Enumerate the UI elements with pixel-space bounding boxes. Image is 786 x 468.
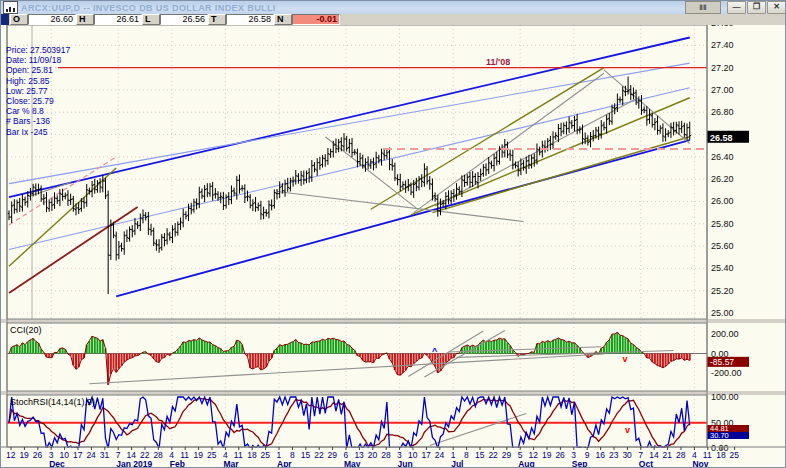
x-axis-week-label: 21 (663, 450, 673, 460)
window-chart-icon (3, 1, 18, 14)
x-axis-week-label: 12 (6, 450, 16, 460)
x-axis-week-label: 19 (194, 450, 204, 460)
price-axis-label: 27.60 (711, 25, 734, 28)
quote-label-N: N (274, 14, 292, 25)
cci-label: CCI(20) (10, 325, 42, 335)
x-axis-week-label: 28 (676, 450, 686, 460)
x-axis-week-label: 29 (502, 450, 512, 460)
x-axis-week-label: 28 (381, 450, 391, 460)
cci-signal-marker: v (622, 354, 627, 364)
info-row: Bar Ix -245 (6, 127, 66, 137)
x-axis-week-label: 24 (86, 450, 96, 460)
x-axis-week-label: 23 (609, 450, 619, 460)
x-axis-week-label: 20 (368, 450, 378, 460)
x-axis-month-label: Jun (398, 459, 413, 468)
x-axis-month-label: May (344, 459, 361, 468)
quote-value-H: 26.61 (94, 14, 142, 25)
x-axis-week-label: 17 (73, 450, 83, 460)
price-axis-label: 27.20 (711, 63, 734, 73)
cursor-info-panel: Price: 27.503917Date: 11/09/18Open: 25.8… (6, 45, 66, 137)
quote-label-L: L (142, 14, 160, 25)
x-axis-week-label: 28 (153, 450, 163, 460)
minimize-button[interactable]: — (727, 1, 746, 14)
x-axis-month-label: Jan 2019 (116, 459, 152, 468)
x-axis-week-label: 19 (19, 450, 29, 460)
chart-window: ARCX:UUP,D -- INVESCO DB US DOLLAR INDEX… (0, 0, 786, 468)
x-axis-week-label: 26 (555, 450, 565, 460)
info-row: Price: 27.503917 (6, 45, 66, 55)
x-axis-week-label: 15 (475, 450, 485, 460)
quote-label-H: H (76, 14, 94, 25)
price-axis-label: 26.80 (711, 107, 734, 117)
x-axis-week-label: 18 (247, 450, 257, 460)
quote-value-T: 26.58 (226, 14, 274, 25)
price-axis-label: 25.20 (711, 286, 734, 296)
price-axis-label: 25.60 (711, 241, 734, 251)
x-axis-week-label: 31 (100, 450, 110, 460)
x-axis-month-label: Feb (170, 459, 185, 468)
x-axis-week-label: 29 (328, 450, 338, 460)
annotation-11-08: 11/'08 (486, 57, 510, 67)
info-row: Low: 25.77 (6, 86, 66, 96)
x-axis-week-label: 22 (488, 450, 498, 460)
x-axis-week-label: 18 (716, 450, 726, 460)
x-axis-month-label: Apr (277, 459, 292, 468)
maximize-button[interactable]: ❐ (747, 1, 766, 14)
stochrsi-label: StochRSI(14,14(1),9) (10, 397, 95, 407)
quote-label-O: O (10, 14, 28, 25)
info-row: Close: 25.79 (6, 96, 66, 106)
close-button[interactable]: ✕ (767, 1, 786, 14)
info-row: Car % 8.8 (6, 106, 66, 116)
x-axis-month-label: Jul (451, 459, 463, 468)
quote-value-N: -0.01 (292, 14, 340, 25)
cci-axis-label: -200.00 (711, 368, 742, 378)
quote-bar: O26.60H26.61L26.56T26.58N-0.01 (1, 14, 786, 25)
price-axis-label: 27.40 (711, 40, 734, 50)
title-bar[interactable]: ARCX:UUP,D -- INVESCO DB US DOLLAR INDEX… (1, 1, 786, 14)
stoch-value-badge-text: 30.70 (710, 431, 729, 440)
x-axis-month-label: Mar (223, 459, 239, 468)
cci-value-badge-text: -85.57 (710, 357, 734, 367)
x-axis-month-label: Dec (49, 459, 65, 468)
info-row: High: 25.85 (6, 76, 66, 86)
x-axis-week-label: 8 (464, 450, 469, 460)
window-title: ARCX:UUP,D -- INVESCO DB US DOLLAR INDEX… (21, 3, 685, 13)
symbol-marker (1, 14, 9, 25)
x-axis-week-label: 22 (314, 450, 324, 460)
x-axis-week-label: 24 (435, 450, 445, 460)
info-row: # Bars -136 (6, 116, 66, 126)
stoch-axis-label: 100.00 (711, 392, 739, 402)
price-axis-label: 26.40 (711, 152, 734, 162)
quote-bar-fields: O26.60H26.61L26.56T26.58N-0.01 (10, 14, 340, 25)
cci-axis-label: 200.00 (711, 329, 739, 339)
price-axis-label: 25.40 (711, 263, 734, 273)
last-price-badge-text: 26.58 (710, 133, 733, 143)
x-axis-week-label: 17 (421, 450, 431, 460)
price-axis-label: 25.80 (711, 219, 734, 229)
chart-canvas[interactable]: 11/'0827.6027.4027.2027.0026.8026.4026.2… (1, 25, 786, 468)
price-axis-label: 26.20 (711, 174, 734, 184)
price-axis-label: 25.00 (711, 308, 734, 318)
x-axis-month-label: Sep (572, 459, 588, 468)
x-axis-week-label: 26 (33, 450, 43, 460)
x-axis-week-label: 30 (622, 450, 632, 460)
info-row: Open: 25.81 (6, 65, 66, 75)
stoch-signal-marker: v (625, 425, 630, 435)
x-axis-week-label: 25 (730, 450, 740, 460)
x-axis-month-label: Aug (518, 459, 535, 468)
window-toolbar-button[interactable]: ▮▮ (685, 1, 721, 14)
x-axis-week-label: 16 (596, 450, 606, 460)
quote-label-T: T (208, 14, 226, 25)
price-axis-label: 27.00 (711, 85, 734, 95)
price-axis-label: 26.00 (711, 196, 734, 206)
cci-signal-marker: ^ (432, 346, 438, 356)
x-axis-month-label: Oct (639, 459, 653, 468)
quote-value-O: 26.60 (28, 14, 76, 25)
x-axis-week-label: 25 (261, 450, 271, 460)
x-axis-week-label: 25 (207, 450, 217, 460)
x-axis-week-label: 15 (301, 450, 311, 460)
x-axis-week-label: 19 (542, 450, 552, 460)
info-row: Date: 11/09/18 (6, 55, 66, 65)
quote-value-L: 26.56 (160, 14, 208, 25)
x-axis-month-label: Nov (692, 459, 708, 468)
